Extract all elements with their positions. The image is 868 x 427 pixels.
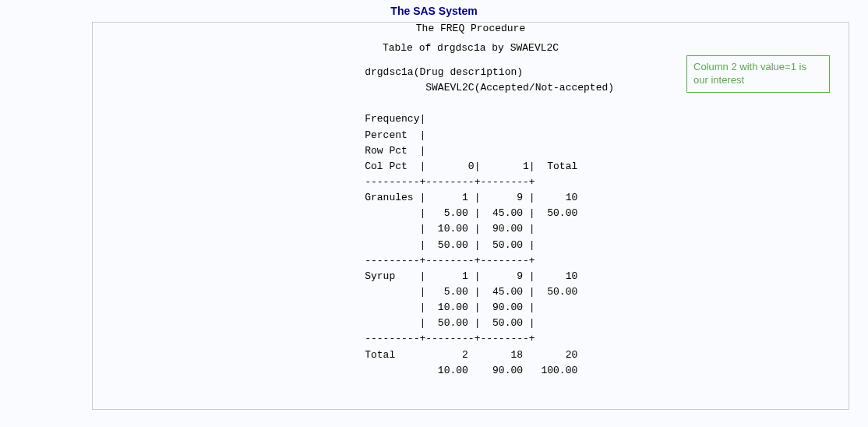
proc-title: The FREQ Procedure — [93, 23, 849, 37]
page-title: The SAS System — [0, 0, 868, 20]
annotation-callout: Column 2 with value=1 is our interest — [686, 55, 830, 93]
output-box: The FREQ Procedure Table of drgdsc1a by … — [92, 22, 849, 410]
table-title: Table of drgdsc1a by SWAEVL2C — [93, 37, 849, 57]
freq-table-body: drgdsc1a(Drug description) SWAEVL2C(Acce… — [93, 57, 849, 379]
